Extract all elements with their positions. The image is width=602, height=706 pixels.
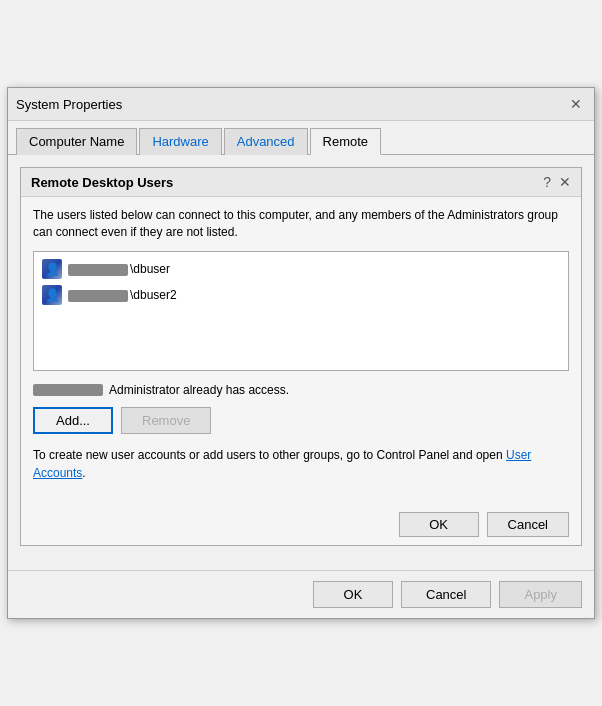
remove-button[interactable]: Remove [121,407,211,434]
window-footer: OK Cancel Apply [8,570,594,618]
inner-dialog-title: Remote Desktop Users [31,175,173,190]
admin-row: Administrator already has access. [33,383,569,397]
footer-cancel-button[interactable]: Cancel [401,581,491,608]
system-properties-window: System Properties ✕ Computer Name Hardwa… [7,87,595,619]
tab-computer-name[interactable]: Computer Name [16,128,137,155]
main-content: Remote Desktop Users ? ✕ The users liste… [8,155,594,570]
user-list-box[interactable]: 👤 \dbuser 👤 \dbuser2 [33,251,569,371]
tab-hardware[interactable]: Hardware [139,128,221,155]
list-item[interactable]: 👤 \dbuser2 [38,282,564,308]
user-2-label: \dbuser2 [68,288,177,302]
user-icon-1: 👤 [42,259,62,279]
info-text: The users listed below can connect to th… [33,207,569,241]
user-1-label: \dbuser [68,262,170,276]
footer-apply-button[interactable]: Apply [499,581,582,608]
admin-text: Administrator already has access. [109,383,289,397]
tab-remote[interactable]: Remote [310,128,382,155]
inner-dialog-title-bar: Remote Desktop Users ? ✕ [21,168,581,197]
bottom-text: To create new user accounts or add users… [33,446,569,482]
inner-ok-button[interactable]: OK [399,512,479,537]
add-remove-button-row: Add... Remove [33,407,569,434]
user-2-domain [68,290,128,302]
inner-dialog-body: The users listed below can connect to th… [21,197,581,504]
inner-dialog-controls: ? ✕ [543,174,571,190]
remote-desktop-users-dialog: Remote Desktop Users ? ✕ The users liste… [20,167,582,546]
user-icon-2: 👤 [42,285,62,305]
title-bar: System Properties ✕ [8,88,594,121]
footer-ok-button[interactable]: OK [313,581,393,608]
add-button[interactable]: Add... [33,407,113,434]
tabs-bar: Computer Name Hardware Advanced Remote [8,121,594,155]
tab-advanced[interactable]: Advanced [224,128,308,155]
admin-blurred [33,384,103,396]
list-item[interactable]: 👤 \dbuser [38,256,564,282]
inner-close-button[interactable]: ✕ [559,174,571,190]
inner-dialog-footer: OK Cancel [21,504,581,545]
window-close-button[interactable]: ✕ [566,94,586,114]
window-title: System Properties [16,97,122,112]
user-1-domain [68,264,128,276]
inner-cancel-button[interactable]: Cancel [487,512,569,537]
inner-help-button[interactable]: ? [543,174,551,190]
